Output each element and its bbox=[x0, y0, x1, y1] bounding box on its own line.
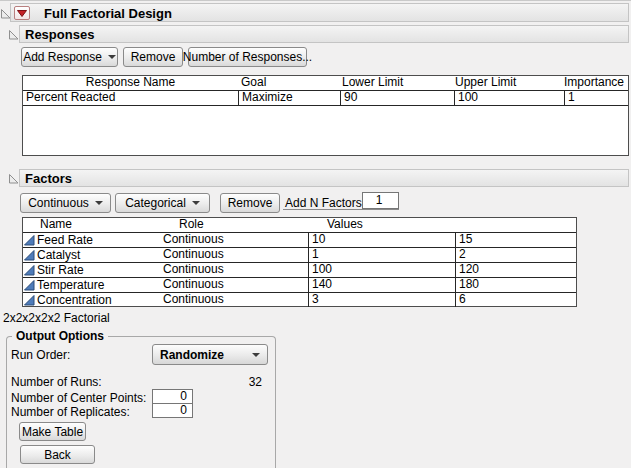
responses-header-goal: Goal bbox=[238, 76, 339, 90]
factor-name-cell[interactable]: Feed Rate bbox=[37, 234, 93, 247]
categorical-label: Categorical bbox=[125, 196, 186, 210]
run-order-value: Randomize bbox=[160, 348, 224, 362]
factor-role-cell[interactable]: Continuous bbox=[160, 263, 308, 277]
factor-low-value-cell[interactable]: 3 bbox=[308, 293, 455, 307]
responses-section-title: Responses bbox=[25, 26, 94, 43]
categorical-button[interactable]: Categorical bbox=[115, 193, 210, 213]
factors-header-values: Values bbox=[324, 218, 576, 232]
continuous-factor-icon bbox=[24, 235, 35, 246]
red-triangle-menu-icon[interactable] bbox=[14, 6, 30, 20]
factor-high-value-cell[interactable]: 15 bbox=[455, 233, 576, 247]
remove-response-button[interactable]: Remove bbox=[123, 47, 183, 67]
dropdown-arrow-icon bbox=[108, 55, 116, 59]
responses-header-upper: Upper Limit bbox=[452, 76, 561, 90]
factors-table-header-row: Name Role Values bbox=[23, 218, 576, 233]
factor-low-value-cell[interactable]: 1 bbox=[308, 248, 455, 262]
factor-low-value-cell[interactable]: 100 bbox=[308, 263, 455, 277]
continuous-factor-icon bbox=[24, 265, 35, 276]
factors-disclosure-triangle-icon[interactable] bbox=[9, 173, 19, 187]
response-lower-limit-cell[interactable]: 90 bbox=[340, 91, 454, 105]
responses-section-header: Responses bbox=[19, 25, 629, 43]
number-of-responses-button[interactable]: Number of Responses... bbox=[188, 47, 307, 67]
design-summary-label: 2x2x2x2x2 Factorial bbox=[3, 311, 110, 325]
factor-role-cell[interactable]: Continuous bbox=[160, 233, 308, 247]
number-of-runs-label: Number of Runs: bbox=[11, 375, 102, 389]
factor-name-cell[interactable]: Concentration bbox=[37, 294, 112, 307]
remove-response-label: Remove bbox=[131, 50, 176, 64]
factors-table: Name Role Values Feed Rate Continuous 10… bbox=[22, 217, 577, 307]
continuous-factor-icon bbox=[24, 295, 35, 306]
dropdown-arrow-icon bbox=[95, 201, 103, 205]
replicates-input[interactable]: 0 bbox=[152, 403, 193, 418]
responses-header-name: Response Name bbox=[23, 76, 238, 90]
back-button[interactable]: Back bbox=[20, 445, 95, 464]
response-importance-cell[interactable]: 1 bbox=[564, 91, 628, 105]
center-points-input[interactable]: 0 bbox=[152, 389, 193, 404]
run-order-label: Run Order: bbox=[11, 348, 70, 362]
factor-role-cell[interactable]: Continuous bbox=[160, 248, 308, 262]
factor-role-cell[interactable]: Continuous bbox=[160, 293, 308, 307]
dropdown-arrow-icon bbox=[252, 353, 260, 357]
factor-name-cell[interactable]: Temperature bbox=[37, 279, 104, 292]
factor-row: Feed Rate Continuous 10 15 bbox=[23, 233, 576, 248]
factor-low-value-cell[interactable]: 140 bbox=[308, 278, 455, 292]
responses-header-importance: Importance bbox=[561, 76, 628, 90]
factor-row: Temperature Continuous 140 180 bbox=[23, 278, 576, 293]
responses-disclosure-triangle-icon[interactable] bbox=[9, 29, 19, 43]
number-of-runs-value: 32 bbox=[200, 375, 262, 389]
responses-table-header-row: Response Name Goal Lower Limit Upper Lim… bbox=[23, 76, 628, 91]
continuous-label: Continuous bbox=[28, 196, 89, 210]
response-upper-limit-cell[interactable]: 100 bbox=[454, 91, 564, 105]
factor-high-value-cell[interactable]: 120 bbox=[455, 263, 576, 277]
dropdown-arrow-icon bbox=[192, 201, 200, 205]
response-row: Percent Reacted Maximize 90 100 1 bbox=[23, 91, 628, 106]
continuous-factor-icon bbox=[24, 280, 35, 291]
factor-name-cell[interactable]: Catalyst bbox=[37, 249, 80, 262]
make-table-label: Make Table bbox=[22, 425, 83, 439]
continuous-factor-icon bbox=[24, 250, 35, 261]
response-goal-cell[interactable]: Maximize bbox=[238, 91, 340, 105]
factors-header-role: Role bbox=[176, 218, 324, 232]
factor-row: Catalyst Continuous 1 2 bbox=[23, 248, 576, 263]
make-table-button[interactable]: Make Table bbox=[19, 422, 86, 441]
responses-header-lower: Lower Limit bbox=[339, 76, 452, 90]
add-response-button[interactable]: Add Response bbox=[21, 47, 118, 67]
add-n-factors-underline bbox=[283, 209, 399, 210]
factor-name-cell[interactable]: Stir Rate bbox=[37, 264, 84, 277]
replicates-label: Number of Replicates: bbox=[11, 405, 130, 419]
center-points-label: Number of Center Points: bbox=[11, 391, 146, 405]
continuous-button[interactable]: Continuous bbox=[20, 193, 111, 213]
response-name-cell[interactable]: Percent Reacted bbox=[23, 91, 238, 105]
output-options-legend: Output Options bbox=[12, 329, 108, 343]
factors-section-header: Factors bbox=[19, 169, 629, 187]
factor-low-value-cell[interactable]: 10 bbox=[308, 233, 455, 247]
back-label: Back bbox=[44, 448, 71, 462]
responses-table: Response Name Goal Lower Limit Upper Lim… bbox=[22, 75, 629, 156]
factor-high-value-cell[interactable]: 180 bbox=[455, 278, 576, 292]
full-factorial-design-window: Full Factorial Design Responses Add Resp… bbox=[0, 0, 631, 468]
remove-factor-label: Remove bbox=[228, 196, 273, 210]
title-bar: Full Factorial Design bbox=[10, 3, 629, 22]
remove-factor-button[interactable]: Remove bbox=[220, 193, 280, 213]
factors-section-title: Factors bbox=[25, 170, 72, 187]
run-order-combobox[interactable]: Randomize bbox=[152, 344, 268, 365]
factors-header-name: Name bbox=[23, 218, 176, 232]
add-n-factors-input[interactable]: 1 bbox=[362, 192, 399, 209]
factor-high-value-cell[interactable]: 2 bbox=[455, 248, 576, 262]
factor-row: Concentration Continuous 3 6 bbox=[23, 293, 576, 307]
add-n-factors-label: Add N Factors bbox=[285, 196, 362, 210]
factor-high-value-cell[interactable]: 6 bbox=[455, 293, 576, 307]
number-of-responses-label: Number of Responses... bbox=[183, 50, 312, 64]
add-response-label: Add Response bbox=[23, 50, 102, 64]
factor-role-cell[interactable]: Continuous bbox=[160, 278, 308, 292]
factor-row: Stir Rate Continuous 100 120 bbox=[23, 263, 576, 278]
page-title: Full Factorial Design bbox=[44, 5, 172, 22]
